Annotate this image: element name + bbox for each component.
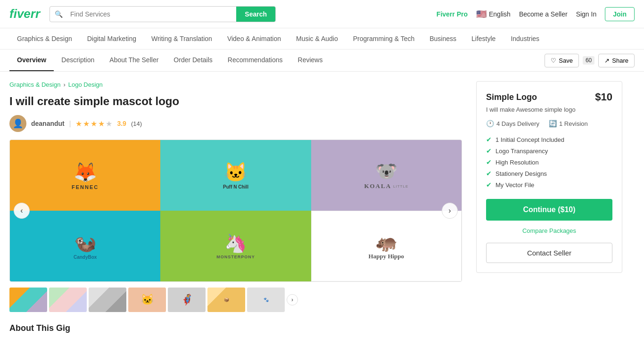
breadcrumb-child[interactable]: Logo Design [68,81,103,88]
header-right: Fiverr Pro 🇺🇸 English Become a Seller Si… [437,7,635,21]
features-list: ✔ 1 Initial Concept Included ✔ Logo Tran… [486,134,612,190]
delivery-meta: 🕐 4 Days Delivery [486,120,539,127]
contact-seller-button[interactable]: Contact Seller [486,243,612,263]
join-button[interactable]: Join [605,7,635,21]
tab-reviews[interactable]: Reviews [290,49,330,71]
tab-order-details[interactable]: Order Details [166,49,220,71]
tab-recommendations[interactable]: Recommendations [220,49,290,71]
share-button[interactable]: ↗ Share [598,54,635,67]
review-count: (14) [131,120,142,127]
save-count: 60 [583,56,594,65]
revision-label: 1 Revision [559,120,588,127]
flag-icon: 🇺🇸 [476,9,487,19]
koala-label: KOALA [364,182,391,190]
package-price: $10 [595,91,612,103]
gallery-main: 🦊 FENNEC 🐱 Puff N Chill 🐨 KOALA [10,140,462,281]
left-panel: Graphics & Design › Logo Design I will c… [9,81,476,339]
nav-item-industries[interactable]: Industries [503,28,547,49]
thumbnail-4[interactable]: 🐱 [128,288,166,312]
nav-item-video[interactable]: Video & Animation [220,28,289,49]
gallery-cell-monster: 🦄 MONSTERPONY [160,211,311,281]
main-nav: Graphics & Design Digital Marketing Writ… [0,28,644,49]
sub-nav-actions: ♡ Save 60 ↗ Share [545,54,635,67]
gallery-cell-puff: 🐱 Puff N Chill [160,140,311,211]
nav-item-writing[interactable]: Writing & Translation [144,28,220,49]
clock-icon: 🕐 [486,120,494,127]
hippo-emoji: 🦛 [375,232,397,253]
feature-label-2: Logo Transparency [495,148,548,155]
package-card: Simple Logo $10 I will make Awesome simp… [476,81,622,273]
star-3: ★ [91,119,97,128]
fiverr-pro-link[interactable]: Fiverr Pro [437,10,468,18]
share-label: Share [612,57,628,64]
divider: | [69,120,71,127]
feature-2: ✔ Logo Transparency [486,145,612,156]
feature-1: ✔ 1 Initial Concept Included [486,134,612,145]
save-label: Save [559,57,573,64]
sign-in-link[interactable]: Sign In [576,10,597,18]
check-icon-2: ✔ [486,147,492,155]
language-selector[interactable]: 🇺🇸 English [476,9,511,19]
seller-name[interactable]: deanandut [31,120,65,127]
tab-description[interactable]: Description [54,49,102,71]
feature-label-1: 1 Initial Concept Included [495,136,564,143]
package-header: Simple Logo $10 [486,91,612,103]
feature-4: ✔ Stationery Designs [486,168,612,179]
continue-button[interactable]: Continue ($10) [486,199,612,221]
gallery-next-button[interactable]: › [442,203,458,219]
monster-label: MONSTERPONY [216,255,255,259]
breadcrumb-separator: › [63,81,65,88]
language-label: English [489,10,511,18]
nav-item-business[interactable]: Business [422,28,464,49]
main-content: Graphics & Design › Logo Design I will c… [0,72,632,339]
star-rating: ★ ★ ★ ★ ★ [75,119,112,128]
feature-label-5: My Vector File [495,181,534,189]
tab-overview[interactable]: Overview [9,49,54,71]
save-button[interactable]: ♡ Save [545,54,579,67]
feature-label-3: High Resolution [495,159,539,166]
search-icon: 🔍 [50,7,67,22]
feature-label-4: Stationery Designs [495,170,547,177]
thumbnail-next-button[interactable]: › [287,294,298,305]
package-description: I will make Awesome simple logo [486,106,612,113]
nav-item-programming[interactable]: Programming & Tech [346,28,422,49]
nav-item-music[interactable]: Music & Audio [289,28,346,49]
thumbnail-6[interactable]: 📦 [207,288,245,312]
about-gig-title: About This Gig [9,323,462,333]
become-seller-link[interactable]: Become a Seller [519,10,568,18]
compare-packages-link[interactable]: Compare Packages [486,225,612,236]
check-icon-3: ✔ [486,158,492,166]
search-input[interactable] [67,7,236,22]
nav-item-lifestyle[interactable]: Lifestyle [464,28,503,49]
feature-5: ✔ My Vector File [486,179,612,190]
about-gig-section: About This Gig [9,323,462,333]
nav-item-graphics[interactable]: Graphics & Design [9,28,80,49]
check-icon-5: ✔ [486,181,492,189]
thumbnail-1[interactable] [9,288,47,312]
thumbnail-7[interactable]: 🐾 [247,288,285,312]
gallery-prev-button[interactable]: ‹ [14,203,30,219]
gig-title: I will create simple mascot logo [9,94,462,108]
candy-emoji: 🦦 [74,233,96,254]
breadcrumb: Graphics & Design › Logo Design [9,81,462,88]
thumbnail-2[interactable] [49,288,87,312]
thumbnail-3[interactable] [89,288,126,312]
breadcrumb-parent[interactable]: Graphics & Design [9,81,60,88]
search-bar: 🔍 Search [50,6,276,22]
nav-item-marketing[interactable]: Digital Marketing [80,28,144,49]
check-icon-1: ✔ [486,136,492,143]
puff-label: Puff N Chill [223,184,248,189]
star-1: ★ [75,119,82,128]
fennec-emoji: 🦊 [74,161,97,183]
thumbnail-5[interactable]: 🦸 [168,288,206,312]
search-button[interactable]: Search [236,7,275,22]
monster-emoji: 🦄 [224,233,247,254]
sub-nav-tabs: Overview Description About The Seller Or… [9,49,545,71]
koala-emoji: 🐨 [375,161,397,181]
tab-about-seller[interactable]: About The Seller [102,49,166,71]
check-icon-4: ✔ [486,170,492,177]
sub-nav: Overview Description About The Seller Or… [0,49,644,72]
puff-emoji: 🐱 [224,161,248,183]
package-meta: 🕐 4 Days Delivery 🔄 1 Revision [486,120,612,127]
logo[interactable]: fiverr [9,7,40,21]
